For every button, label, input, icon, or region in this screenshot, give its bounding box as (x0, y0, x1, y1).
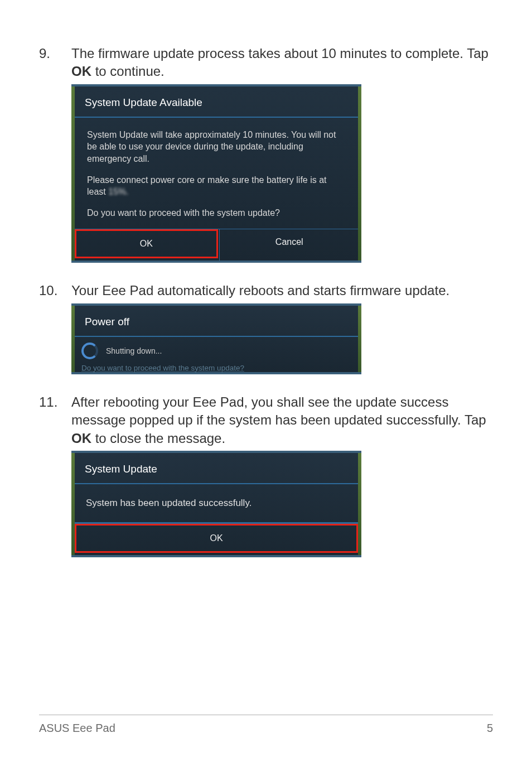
dialog-status-row: Shutting down... (74, 337, 359, 364)
step-number: 9. (39, 45, 71, 62)
step-11: 11. After rebooting your Eee Pad, you sh… (39, 393, 493, 447)
ok-button[interactable]: OK (75, 524, 358, 553)
footer-product: ASUS Eee Pad (39, 722, 115, 735)
step-text: The firmware update process takes about … (71, 45, 493, 81)
page-footer: ASUS Eee Pad 5 (39, 715, 493, 735)
step-text: After rebooting your Eee Pad, you shall … (71, 393, 493, 447)
step-text-bold: OK (71, 431, 91, 446)
dialog-title: Power off (74, 306, 359, 336)
decorative-edge (358, 453, 361, 555)
step-number: 10. (39, 282, 71, 300)
dialog-body: System Update will take approximately 10… (74, 118, 359, 229)
blurred-value: 15%. (108, 186, 128, 198)
decorative-edge (358, 306, 361, 372)
dialog-system-update-available: System Update Available System Update wi… (71, 84, 361, 263)
dialog-power-off: Power off Shutting down... Do you want t… (71, 303, 361, 374)
step-9: 9. The firmware update process takes abo… (39, 45, 493, 81)
decorative-edge (71, 453, 75, 555)
footer-page-number: 5 (487, 722, 493, 735)
dialog-para-3: Do you want to proceed with the system u… (87, 207, 346, 219)
step-text-after: to close the message. (91, 431, 225, 446)
spinner-icon (81, 343, 98, 359)
dialog-button-row: OK (74, 523, 359, 555)
dialog-message: System has been updated successfully. (74, 484, 359, 522)
step-text: Your Eee Pad automatically reboots and s… (71, 282, 493, 300)
decorative-edge (358, 86, 361, 261)
status-text: Shutting down... (106, 346, 162, 355)
dialog-system-update-success: System Update System has been updated su… (71, 451, 361, 557)
cancel-button[interactable]: Cancel (219, 229, 360, 261)
step-text-after: to continue. (91, 64, 165, 79)
step-text-before: After rebooting your Eee Pad, you shall … (71, 394, 486, 427)
dialog-button-row: OK Cancel (74, 229, 359, 261)
dialog-para-2: Please connect power core or make sure t… (87, 174, 346, 198)
step-number: 11. (39, 393, 71, 411)
dialog-title: System Update Available (74, 86, 359, 117)
step-text-bold: OK (71, 64, 91, 79)
decorative-edge (71, 306, 75, 372)
step-10: 10. Your Eee Pad automatically reboots a… (39, 282, 493, 300)
dialog-title: System Update (74, 453, 359, 483)
step-text-before: The firmware update process takes about … (71, 46, 489, 61)
dialog-para-1: System Update will take approximately 10… (87, 129, 346, 165)
decorative-edge (71, 86, 75, 261)
ok-button[interactable]: OK (75, 229, 218, 258)
dialog-cutoff-text: Do you want to proceed with the system u… (74, 364, 359, 372)
